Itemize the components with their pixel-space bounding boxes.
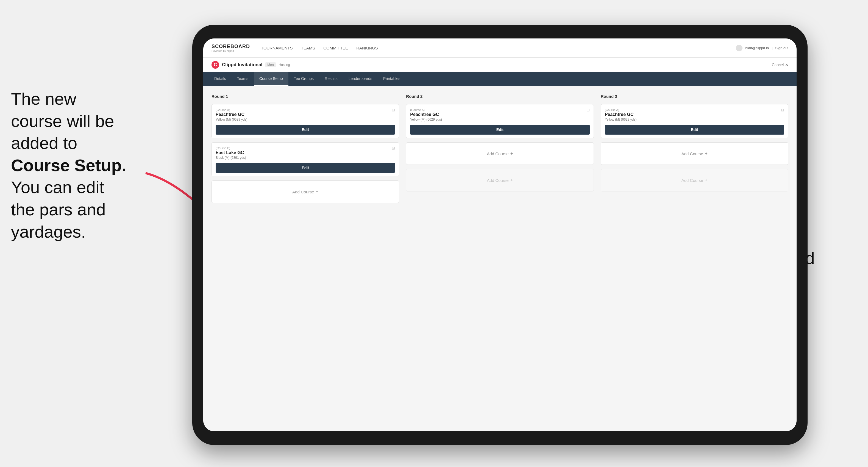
round2-course-a-tee: Yellow (M) (6629 yds) <box>410 118 589 121</box>
round2-course-a-edit-button[interactable]: Edit <box>410 125 589 134</box>
round-2-label: Round 2 <box>406 94 594 99</box>
tournament-name: Clippd Invitational <box>222 62 262 68</box>
round-2-column: Round 2 ⊡ (Course A) Peachtree GC Yellow… <box>406 94 594 203</box>
round1-course-a-label: (Course A) <box>216 108 395 112</box>
round1-course-a-card: ⊡ (Course A) Peachtree GC Yellow (M) (66… <box>212 104 399 138</box>
round3-course-a-delete-icon[interactable]: ⊡ <box>780 107 785 113</box>
round3-add-course-disabled-plus-icon: + <box>705 178 708 183</box>
round1-course-b-delete-icon[interactable]: ⊡ <box>391 145 396 151</box>
round-3-label: Round 3 <box>601 94 788 99</box>
nav-right: blair@clippd.io | Sign out <box>736 45 788 51</box>
round2-add-course-text: Add Course <box>487 151 508 156</box>
round2-add-course-disabled-card: Add Course + <box>406 169 594 191</box>
round2-add-course-disabled-text: Add Course <box>487 178 508 183</box>
tab-leaderboards[interactable]: Leaderboards <box>343 72 378 86</box>
tab-bar: Details Teams Course Setup Tee Groups Re… <box>203 72 797 86</box>
cancel-button[interactable]: Cancel ✕ <box>772 63 788 67</box>
tab-course-setup[interactable]: Course Setup <box>254 72 288 86</box>
top-nav: SCOREBOARD Powered by clippd TOURNAMENTS… <box>203 38 797 58</box>
round3-course-a-name: Peachtree GC <box>605 112 784 117</box>
round2-add-course-card[interactable]: Add Course + <box>406 142 594 165</box>
logo-area: SCOREBOARD Powered by clippd <box>212 44 250 53</box>
nav-rankings[interactable]: RANKINGS <box>356 44 378 52</box>
tab-printables[interactable]: Printables <box>378 72 406 86</box>
round3-course-a-tee: Yellow (M) (6629 yds) <box>605 118 784 121</box>
round3-add-course-disabled-card: Add Course + <box>601 169 788 191</box>
round1-course-a-name: Peachtree GC <box>216 112 395 117</box>
logo-scoreboard: SCOREBOARD <box>212 44 250 50</box>
sign-out-link[interactable]: Sign out <box>775 46 788 50</box>
round1-course-b-label: (Course B) <box>216 147 395 150</box>
round3-course-a-card: ⊡ (Course A) Peachtree GC Yellow (M) (66… <box>601 104 788 138</box>
round-3-column: Round 3 ⊡ (Course A) Peachtree GC Yellow… <box>601 94 788 203</box>
tab-teams[interactable]: Teams <box>231 72 254 86</box>
nav-links: TOURNAMENTS TEAMS COMMITTEE RANKINGS <box>261 44 736 52</box>
c-logo: C <box>212 61 219 69</box>
sub-header: C Clippd Invitational Men Hosting Cancel… <box>203 58 797 72</box>
round1-course-b-card: ⊡ (Course B) East Lake GC Black (M) (689… <box>212 142 399 176</box>
nav-avatar <box>736 45 742 51</box>
round3-course-a-edit-button[interactable]: Edit <box>605 125 784 134</box>
tab-details[interactable]: Details <box>209 72 231 86</box>
round1-add-course-text: Add Course <box>292 190 314 194</box>
round1-course-a-tee: Yellow (M) (6629 yds) <box>216 118 395 121</box>
main-content: Round 1 ⊡ (Course A) Peachtree GC Yellow… <box>203 86 797 431</box>
tab-tee-groups[interactable]: Tee Groups <box>288 72 319 86</box>
round2-add-course-plus-icon: + <box>510 151 513 156</box>
rounds-grid: Round 1 ⊡ (Course A) Peachtree GC Yellow… <box>212 94 788 203</box>
tablet-screen: SCOREBOARD Powered by clippd TOURNAMENTS… <box>203 38 797 431</box>
round1-course-b-edit-button[interactable]: Edit <box>216 163 395 173</box>
round3-add-course-disabled-text: Add Course <box>681 178 703 183</box>
nav-committee[interactable]: COMMITTEE <box>323 44 348 52</box>
round3-add-course-card[interactable]: Add Course + <box>601 142 788 165</box>
round1-course-a-edit-button[interactable]: Edit <box>216 125 395 134</box>
annotation-left: The new course will be added to Course S… <box>11 88 165 243</box>
round1-course-a-delete-icon[interactable]: ⊡ <box>391 107 396 113</box>
round-1-label: Round 1 <box>212 94 399 99</box>
round-1-column: Round 1 ⊡ (Course A) Peachtree GC Yellow… <box>212 94 399 203</box>
close-icon: ✕ <box>785 63 788 67</box>
tournament-badge: Men <box>265 62 276 67</box>
nav-teams[interactable]: TEAMS <box>301 44 315 52</box>
round1-add-course-plus-icon: + <box>316 189 318 194</box>
round1-course-b-tee: Black (M) (6891 yds) <box>216 156 395 160</box>
logo-powered: Powered by clippd <box>212 50 250 53</box>
round2-course-a-delete-icon[interactable]: ⊡ <box>585 107 591 113</box>
round3-add-course-plus-icon: + <box>705 151 708 156</box>
tab-results[interactable]: Results <box>319 72 343 86</box>
round3-add-course-text: Add Course <box>681 151 703 156</box>
round1-add-course-card[interactable]: Add Course + <box>212 181 399 203</box>
tablet-frame: SCOREBOARD Powered by clippd TOURNAMENTS… <box>192 25 808 445</box>
hosting-badge: Hosting <box>279 63 290 67</box>
round2-add-course-disabled-plus-icon: + <box>510 178 513 183</box>
user-email: blair@clippd.io <box>745 46 769 50</box>
nav-tournaments[interactable]: TOURNAMENTS <box>261 44 293 52</box>
separator: | <box>772 46 772 50</box>
round2-course-a-label: (Course A) <box>410 108 589 112</box>
round1-course-b-name: East Lake GC <box>216 150 395 155</box>
tournament-info: C Clippd Invitational Men Hosting <box>212 61 290 69</box>
round3-course-a-label: (Course A) <box>605 108 784 112</box>
round2-course-a-card: ⊡ (Course A) Peachtree GC Yellow (M) (66… <box>406 104 594 138</box>
round2-course-a-name: Peachtree GC <box>410 112 589 117</box>
